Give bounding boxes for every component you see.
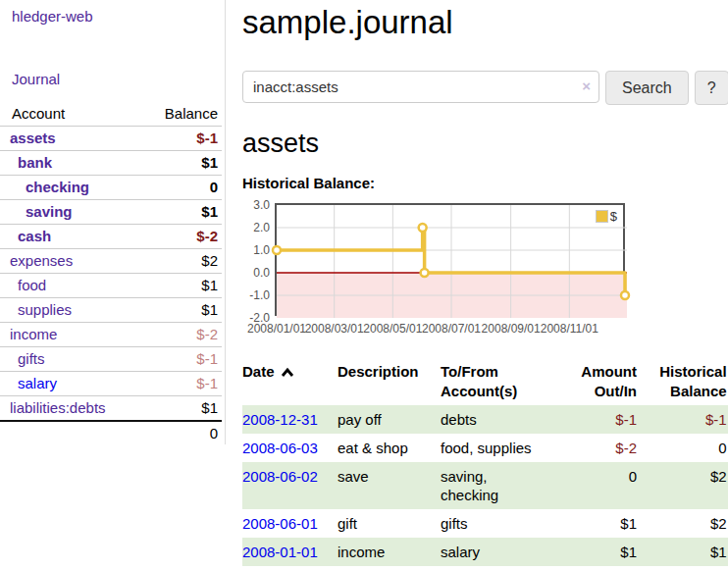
x-tick-label: 2008/09/01	[482, 322, 541, 336]
transaction-accounts: debts	[441, 405, 558, 434]
legend-label: $	[610, 209, 617, 224]
register-header-row: Date Description To/From Account(s) Amou…	[242, 358, 728, 405]
account-row: gifts$-1	[0, 347, 222, 372]
search-box: ×	[242, 71, 599, 105]
account-balance: $-1	[144, 347, 222, 372]
balance-chart: 3.02.01.00.0-1.0-2.0 $ 2008/01/012008/03…	[242, 203, 728, 340]
transaction-accounts: food, supplies	[441, 434, 558, 462]
y-tick-label: 2.0	[242, 221, 270, 234]
transaction-description: save	[338, 462, 441, 509]
account-balance: 0	[144, 176, 222, 200]
chart-legend: $	[596, 209, 617, 224]
search-input[interactable]	[242, 71, 599, 103]
transaction-date-link[interactable]: 2008-06-01	[242, 515, 318, 532]
x-tick-label: 2008/05/01	[363, 322, 422, 336]
transaction-amount: $1	[558, 509, 639, 538]
account-link-cash[interactable]: cash	[18, 228, 51, 244]
transaction-date-link[interactable]: 2008-12-31	[242, 411, 318, 428]
transaction-description: pay off	[338, 405, 441, 434]
account-row: salary$-1	[0, 372, 222, 396]
transaction-description: gift	[338, 509, 441, 538]
page: hledger-web Journal Account Balance asse…	[0, 0, 728, 566]
account-row: assets$-1	[0, 127, 222, 151]
account-row: income$-2	[0, 323, 222, 347]
sidebar: hledger-web Journal Account Balance asse…	[0, 0, 226, 444]
y-tick-label: 0.0	[242, 266, 270, 280]
column-header-description[interactable]: Description	[338, 358, 441, 405]
account-row: food$1	[0, 274, 222, 298]
account-link-saving[interactable]: saving	[26, 203, 73, 220]
register-row: 2008-12-31pay offdebts$-1$-1	[242, 405, 728, 434]
account-link-gifts[interactable]: gifts	[18, 350, 45, 367]
account-balance: $1	[144, 274, 222, 298]
account-link-bank[interactable]: bank	[18, 154, 52, 171]
account-row: saving$1	[0, 200, 222, 225]
transaction-date-link[interactable]: 2008-06-03	[242, 440, 318, 456]
register-row: 2008-01-01incomesalary$1$1	[242, 538, 728, 566]
account-link-salary[interactable]: salary	[18, 375, 57, 391]
account-balance: $-1	[144, 127, 222, 151]
column-header-accounts[interactable]: To/From Account(s)	[441, 358, 558, 405]
transaction-accounts: salary	[441, 538, 558, 566]
account-balance: $-2	[144, 225, 222, 249]
transaction-balance: $-1	[639, 405, 728, 434]
account-balance: $1	[144, 298, 222, 323]
account-heading: assets	[242, 129, 728, 159]
account-link-food[interactable]: food	[18, 277, 46, 293]
brand-link[interactable]: hledger-web	[12, 8, 225, 26]
register-row: 2008-06-03eat & shopfood, supplies$-20	[242, 434, 728, 462]
search-button[interactable]: Search	[605, 71, 689, 105]
account-row: checking0	[0, 176, 222, 200]
transaction-amount: $-2	[558, 434, 639, 462]
accounts-header-row: Account Balance	[0, 101, 222, 127]
transaction-accounts: gifts	[441, 509, 558, 538]
sidebar-item-journal[interactable]: Journal	[12, 71, 225, 88]
account-link-income[interactable]: income	[10, 326, 57, 342]
account-row: bank$1	[0, 151, 222, 176]
account-balance: $-1	[144, 372, 222, 396]
transaction-accounts: saving,checking	[441, 462, 558, 509]
account-balance: $2	[144, 249, 222, 274]
accounts-total-value: 0	[144, 421, 222, 444]
chart-canvas	[277, 205, 627, 318]
x-tick-label: 2008/03/01	[305, 322, 364, 336]
transaction-amount: $-1	[558, 405, 639, 434]
transaction-date-link[interactable]: 2008-01-01	[242, 544, 318, 560]
transaction-amount: 0	[558, 462, 639, 509]
clear-search-icon[interactable]: ×	[582, 78, 591, 93]
account-link-assets[interactable]: assets	[10, 130, 56, 146]
balance-chart-plot: $	[275, 203, 625, 316]
transaction-balance: $1	[639, 538, 728, 566]
register-row: 2008-06-01giftgifts$1$2	[242, 509, 728, 538]
transaction-balance: $2	[639, 462, 728, 509]
balance-column-header: Balance	[144, 101, 222, 127]
transaction-description: eat & shop	[338, 434, 441, 462]
help-button[interactable]: ?	[695, 71, 728, 105]
account-link-checking[interactable]: checking	[26, 179, 89, 195]
account-balance: $1	[144, 151, 222, 176]
register-row: 2008-06-02savesaving,checking0$2	[242, 462, 728, 509]
account-balance: $-2	[144, 323, 222, 347]
account-link-liabilities-debts[interactable]: liabilities:debts	[10, 399, 106, 416]
account-column-header: Account	[0, 101, 144, 127]
search-form: × Search ?	[242, 71, 728, 105]
transaction-amount: $1	[558, 538, 639, 566]
account-row: supplies$1	[0, 298, 222, 323]
transaction-balance: $2	[639, 509, 728, 538]
column-header-date[interactable]: Date	[242, 358, 338, 405]
account-row: expenses$2	[0, 249, 222, 274]
y-tick-label: 3.0	[242, 198, 270, 212]
transaction-description: income	[338, 538, 441, 566]
column-header-balance[interactable]: Historical Balance	[639, 358, 728, 405]
column-header-amount[interactable]: Amount Out/In	[558, 358, 639, 405]
y-tick-label: -1.0	[242, 288, 270, 302]
page-title: sample.journal	[242, 4, 728, 41]
account-link-expenses[interactable]: expenses	[10, 252, 73, 269]
main-content: sample.journal × Search ? assets Histori…	[226, 0, 728, 566]
sort-ascending-icon	[281, 367, 294, 378]
account-balance: $1	[144, 396, 222, 422]
register-table: Date Description To/From Account(s) Amou…	[242, 358, 728, 566]
y-tick-label: 1.0	[242, 243, 270, 257]
account-link-supplies[interactable]: supplies	[18, 301, 72, 318]
transaction-date-link[interactable]: 2008-06-02	[242, 468, 318, 485]
